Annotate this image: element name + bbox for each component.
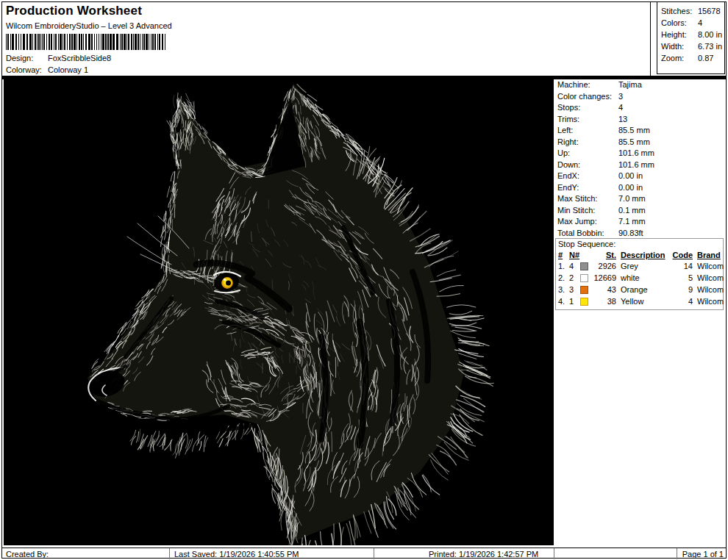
thread-color-swatch <box>580 286 588 294</box>
footer-divider <box>169 548 170 559</box>
machine-details-panel: Machine:Tajima Color changes:3 Stops:4 T… <box>555 79 725 545</box>
last-saved-timestamp: Last Saved: 1/19/2026 1:40:55 PM <box>174 549 299 559</box>
design-name: FoxScribbleSide8 <box>48 54 111 62</box>
machine-row: Color changes:3 <box>555 91 725 103</box>
colorway-label: Colorway: <box>6 65 42 74</box>
stop-sequence-row: 4. 1 38 Yellow 4 Wilcom <box>556 296 723 308</box>
stop-sequence-title: Stop Sequence: <box>556 239 723 250</box>
machine-row: EndY:0.00 in <box>555 182 725 194</box>
stat-row: Width:6.73 in <box>661 40 724 52</box>
machine-row: Right:85.5 mm <box>555 137 725 148</box>
embroidery-preview <box>4 79 554 545</box>
stop-sequence-header-row: # N# St. Description Code Brand <box>556 250 723 261</box>
col-header-needle: N# <box>569 250 579 261</box>
printed-timestamp: Printed: 1/19/2026 1:42:57 PM <box>429 549 538 559</box>
created-by-label: Created By: <box>6 549 49 559</box>
machine-row: Min Stitch:0.1 mm <box>555 205 725 217</box>
col-header-num: # <box>558 250 568 261</box>
col-header-stitches: St. <box>588 250 616 261</box>
thread-color-swatch <box>580 262 588 270</box>
col-header-description: Description <box>621 250 672 261</box>
col-header-code: Code <box>671 250 693 261</box>
header-divider <box>650 2 651 76</box>
design-barcode <box>6 34 172 50</box>
production-worksheet-page: { "header": { "title": "Production Works… <box>0 0 728 560</box>
machine-row: Trims:13 <box>555 114 725 126</box>
stop-sequence-row: 3. 3 43 Orange 9 Wilcom <box>556 284 723 296</box>
stop-sequence-row: 2. 2 12669 white 5 Wilcom <box>556 273 723 284</box>
footer-divider <box>677 548 677 559</box>
machine-details-list: Machine:Tajima Color changes:3 Stops:4 T… <box>555 79 725 239</box>
machine-row: Machine:Tajima <box>555 79 725 91</box>
colorway-name: Colorway 1 <box>48 65 88 74</box>
stat-row: Colors:4 <box>661 17 724 29</box>
machine-row: Max Jump:7.1 mm <box>555 216 725 228</box>
stat-row: Stitches:15678 <box>661 5 724 17</box>
stat-row: Zoom:0.87 <box>661 52 724 64</box>
machine-row: Down:101.6 mm <box>555 159 725 171</box>
machine-row: Up:101.6 mm <box>555 148 725 159</box>
page-number: Page 1 of 1 <box>678 549 724 559</box>
design-label: Design: <box>6 54 33 62</box>
page-title: Production Worksheet <box>6 4 142 18</box>
stop-sequence-row: 1. 4 2926 Grey 14 Wilcom <box>556 261 723 273</box>
page-footer: Created By: Last Saved: 1/19/2026 1:40:5… <box>1 548 727 559</box>
machine-row: EndX:0.00 in <box>555 170 725 182</box>
machine-row: Left:85.5 mm <box>555 125 725 137</box>
footer-divider <box>374 548 374 559</box>
design-stats-box: Stitches:15678 Colors:4 Height:8.00 in W… <box>657 1 725 74</box>
software-subtitle: Wilcom EmbroideryStudio – Level 3 Advanc… <box>6 21 172 30</box>
footer-divider <box>554 548 554 559</box>
design-preview-artwork <box>4 79 554 545</box>
stat-row: Height:8.00 in <box>661 29 724 40</box>
thread-color-swatch <box>580 298 588 306</box>
thread-color-swatch <box>580 274 588 282</box>
col-header-brand: Brand <box>697 250 725 261</box>
machine-row: Stops:4 <box>555 102 725 114</box>
machine-row: Max Stitch:7.0 mm <box>555 193 725 205</box>
stop-sequence-table: Stop Sequence: # N# St. Description Code… <box>555 238 724 310</box>
machine-row: Total Bobbin:90.83ft <box>555 228 725 240</box>
